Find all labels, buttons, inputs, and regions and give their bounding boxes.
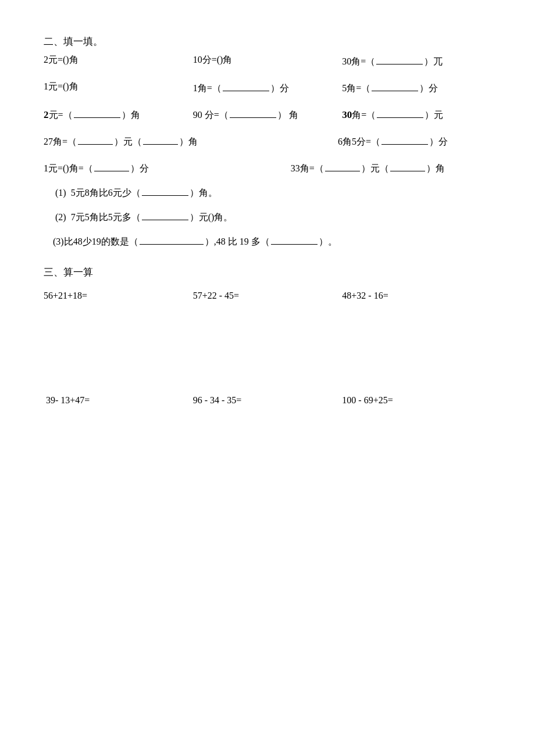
fill-item-1-2: 10分=()角 [193, 54, 343, 68]
blank-2-3[interactable] [372, 81, 418, 91]
fill-item-2-2: 1角=（）分 [193, 81, 343, 95]
word-problem-1: (1) 5元8角比6元少（）角。 [44, 185, 491, 199]
fill-row-4: 27角=（）元（）角 6角5分=（）分 [44, 134, 491, 148]
fill-item-3-3: 30角=（）元 [342, 108, 491, 121]
blank-3-1[interactable] [74, 108, 120, 118]
fill-item-4-3: 6角5分=（）分 [338, 134, 491, 148]
fill-item-4-2 [210, 134, 338, 148]
calc-item-2-2: 96 - 34 - 35= [193, 395, 343, 442]
calc-item-2-3: 100 - 69+25= [342, 395, 491, 442]
blank-5-2b[interactable] [390, 161, 425, 171]
calc-item-2-1: 39- 13+47= [44, 395, 193, 442]
word-problem-2: (2) 7元5角比5元多（）元()角。 [44, 210, 491, 224]
fill-item-3-2: 90 分=（） 角 [193, 108, 343, 121]
fill-item-5-2: 33角=（）元（）角 [291, 161, 491, 175]
blank-wp2[interactable] [142, 210, 188, 220]
section-3: 三、算一算 56+21+18= 57+22 - 45= 48+32 - 16= … [44, 266, 491, 442]
calc-grid: 56+21+18= 57+22 - 45= 48+32 - 16= 39- 13… [44, 281, 491, 442]
fill-item-3-1: 2元=（）角 [44, 108, 193, 121]
fill-row-2: 1元=()角 1角=（）分 5角=（）分 [44, 81, 491, 95]
calc-row-1: 56+21+18= 57+22 - 45= 48+32 - 16= [44, 291, 491, 337]
fill-row-3: 2元=（）角 90 分=（） 角 30角=（）元 [44, 108, 491, 121]
fill-item-2-3: 5角=（）分 [342, 81, 491, 95]
section-3-title: 三、算一算 [44, 266, 491, 279]
fill-row-1: 2元=()角 10分=()角 30角=（）兀 [44, 54, 491, 68]
word-problem-3: (3)比48少19的数是（）,48 比 19 多（）。 [44, 234, 491, 248]
blank-1-3[interactable] [376, 54, 423, 65]
blank-5-2a[interactable] [325, 161, 360, 171]
blank-4-1b[interactable] [143, 134, 178, 145]
blank-2-2[interactable] [223, 81, 269, 91]
blank-5-1[interactable] [94, 161, 129, 171]
blank-wp3b[interactable] [271, 234, 318, 245]
calc-row-2: 39- 13+47= 96 - 34 - 35= 100 - 69+25= [44, 395, 491, 442]
blank-4-3[interactable] [381, 134, 428, 145]
fill-item-5-spacer [244, 161, 291, 175]
calc-item-1-3: 48+32 - 16= [342, 291, 491, 337]
fill-item-2-1: 1元=()角 [44, 81, 193, 95]
fill-row-5: 1元=()角=（）分 33角=（）元（）角 [44, 161, 491, 175]
fill-item-5-1: 1元=()角=（）分 [44, 161, 244, 175]
section-2: 二、填一填。 2元=()角 10分=()角 30角=（）兀 1元=()角 1角=… [44, 35, 491, 248]
fill-item-4-1: 27角=（）元（）角 [44, 134, 210, 148]
calc-item-1-1: 56+21+18= [44, 291, 193, 337]
section-2-title: 二、填一填。 [44, 35, 491, 48]
fill-grid: 2元=()角 10分=()角 30角=（）兀 1元=()角 1角=（）分 5角=… [44, 54, 491, 175]
calc-item-1-2: 57+22 - 45= [193, 291, 343, 337]
fill-item-1-1: 2元=()角 [44, 54, 193, 68]
blank-4-1a[interactable] [78, 134, 113, 145]
blank-3-3[interactable] [377, 108, 423, 118]
blank-3-2[interactable] [230, 108, 276, 118]
blank-wp3a[interactable] [140, 234, 204, 245]
word-problems: (1) 5元8角比6元少（）角。 (2) 7元5角比5元多（）元()角。 (3)… [44, 185, 491, 248]
fill-item-1-3: 30角=（）兀 [342, 54, 491, 68]
blank-wp1[interactable] [142, 185, 188, 196]
